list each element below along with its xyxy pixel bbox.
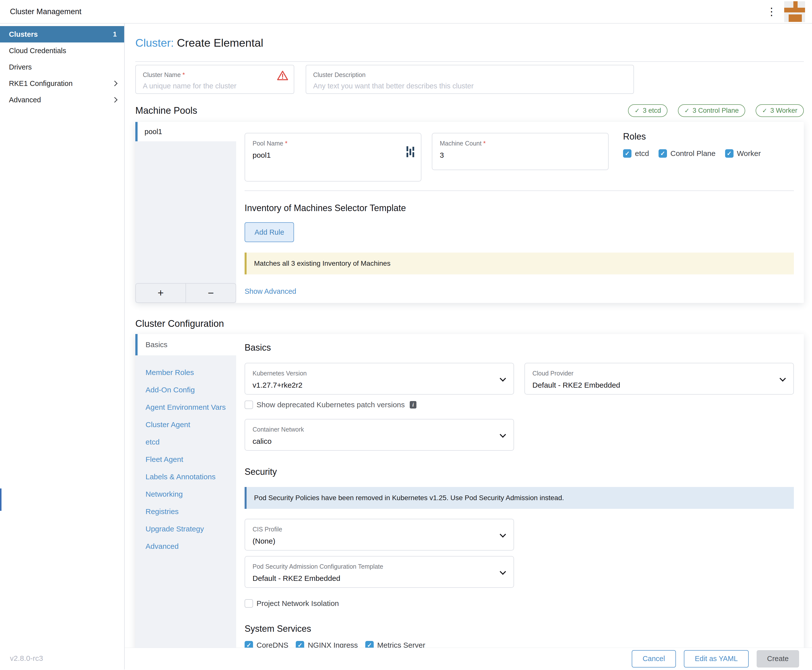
tab-agent-environment-vars[interactable]: Agent Environment Vars — [145, 399, 236, 416]
project-network-isolation-checkbox[interactable]: Project Network Isolation — [245, 599, 339, 607]
tab-basics[interactable]: Basics — [135, 334, 236, 355]
badge-label: 3 Worker — [770, 107, 797, 115]
security-heading: Security — [245, 467, 794, 477]
check-icon: ✓ — [684, 107, 690, 114]
tab-add-on-config[interactable]: Add-On Config — [145, 381, 236, 399]
show-deprecated-label: Show deprecated Kubernetes patch version… — [257, 401, 405, 409]
checkbox-unchecked — [245, 401, 253, 409]
tab-member-roles[interactable]: Member Roles — [145, 364, 236, 381]
sidebar-item-rke1-configuration[interactable]: RKE1 Configuration — [0, 75, 124, 91]
machine-pool-card: pool1 + − Pool Name * po — [135, 122, 804, 303]
tab-labels-annotations[interactable]: Labels & Annotations — [145, 468, 236, 486]
required-asterisk: * — [483, 140, 486, 147]
role-checkbox-control-plane[interactable]: ✓Control Plane — [658, 149, 716, 158]
tab-networking[interactable]: Networking — [145, 486, 236, 503]
cluster-name-field[interactable]: Cluster Name * A unique name for the clu… — [135, 65, 294, 94]
chevron-down-icon — [500, 431, 506, 438]
random-name-icon[interactable] — [406, 145, 414, 158]
left-scroll-indicator[interactable] — [0, 489, 2, 511]
k8s-provider-row: Kubernetes Version v1.27.7+rke2r2 Cloud … — [245, 363, 794, 394]
roles-column: Roles ✓etcd✓Control Plane✓Worker — [623, 133, 761, 181]
chevron-down-icon — [780, 375, 786, 381]
container-network-select[interactable]: Container Network calico — [245, 419, 514, 451]
machine-count-field[interactable]: Machine Count * 3 — [432, 133, 609, 170]
container-network-value: calico — [252, 437, 506, 445]
checkbox-label: NGINX Ingress — [308, 641, 358, 648]
psa-template-value: Default - RKE2 Embedded — [252, 574, 506, 583]
required-asterisk: * — [183, 71, 185, 78]
cis-profile-value: (None) — [252, 537, 506, 545]
sidebar-item-advanced[interactable]: Advanced — [0, 91, 124, 108]
sidebar-item-drivers[interactable]: Drivers — [0, 59, 124, 75]
sidebar-item-clusters[interactable]: Clusters1 — [0, 26, 124, 42]
cloud-provider-select[interactable]: Cloud Provider Default - RKE2 Embedded — [524, 363, 794, 394]
service-checkbox-metrics-server[interactable]: ✓Metrics Server — [365, 641, 425, 648]
sidebar-item-label: RKE1 Configuration — [9, 80, 73, 88]
machine-pools-heading: Machine Pools — [135, 105, 197, 116]
add-pool-button[interactable]: + — [136, 284, 186, 303]
remove-pool-button[interactable]: − — [186, 284, 236, 303]
cis-profile-row: CIS Profile (None) — [245, 519, 794, 551]
pool-top-row: Pool Name * pool1 — [245, 133, 794, 181]
user-avatar-logo[interactable] — [784, 1, 805, 22]
version-label: v2.8.0-rc3 — [0, 654, 124, 670]
sidebar-item-label: Cloud Credentials — [9, 47, 66, 55]
psa-template-select[interactable]: Pod Security Admission Configuration Tem… — [245, 556, 514, 588]
required-asterisk: * — [285, 140, 288, 147]
tab-basics-label: Basics — [145, 340, 167, 349]
tab-etcd[interactable]: etcd — [145, 433, 236, 451]
pool-name-field[interactable]: Pool Name * pool1 — [245, 133, 421, 181]
badge-3-etcd: ✓3 etcd — [628, 104, 668, 117]
checkbox-checked: ✓ — [365, 641, 374, 648]
add-rule-button[interactable]: Add Rule — [245, 222, 294, 242]
pool-tabs-column: pool1 + − — [135, 122, 236, 303]
service-checkbox-coredns[interactable]: ✓CoreDNS — [245, 641, 288, 648]
cancel-button[interactable]: Cancel — [632, 650, 676, 668]
project-network-isolation-row: Project Network Isolation — [245, 599, 794, 607]
logo-shape — [793, 1, 798, 8]
create-button[interactable]: Create — [757, 650, 799, 668]
show-deprecated-checkbox[interactable]: Show deprecated Kubernetes patch version… — [245, 401, 416, 409]
info-icon[interactable]: i — [410, 401, 416, 408]
checkbox-checked: ✓ — [725, 149, 734, 158]
tab-fleet-agent[interactable]: Fleet Agent — [145, 451, 236, 468]
main-area: Cluster: Create Elemental Cluster Name *… — [125, 24, 812, 670]
pool-tab-pool1[interactable]: pool1 — [135, 122, 236, 141]
badge-label: 3 Control Plane — [693, 107, 739, 115]
sidebar-item-label: Advanced — [9, 96, 41, 104]
service-checkbox-nginx-ingress[interactable]: ✓NGINX Ingress — [296, 641, 358, 648]
tab-registries[interactable]: Registries — [145, 503, 236, 520]
checkbox-checked: ✓ — [658, 149, 667, 158]
pool-add-remove-row: + − — [135, 283, 236, 303]
role-checkbox-worker[interactable]: ✓Worker — [725, 149, 761, 158]
sidebar-item-cloud-credentials[interactable]: Cloud Credentials — [0, 42, 124, 59]
kubernetes-version-select[interactable]: Kubernetes Version v1.27.7+rke2r2 — [245, 363, 514, 394]
selector-template-heading: Inventory of Machines Selector Template — [245, 203, 794, 213]
roles-checkbox-row: ✓etcd✓Control Plane✓Worker — [623, 149, 761, 158]
role-checkbox-etcd[interactable]: ✓etcd — [623, 149, 649, 158]
checkbox-label: Worker — [737, 149, 761, 158]
show-advanced-link[interactable]: Show Advanced — [245, 287, 296, 296]
psp-info-banner: Pod Security Policies have been removed … — [245, 487, 794, 509]
page-title: Cluster: Create Elemental — [135, 37, 804, 49]
chevron-down-icon — [500, 531, 506, 537]
cluster-description-field[interactable]: Cluster Description Any text you want th… — [306, 65, 634, 94]
kebab-menu-icon[interactable]: ⋮ — [759, 0, 784, 23]
config-tab-list: Member RolesAdd-On ConfigAgent Environme… — [135, 355, 236, 648]
edit-as-yaml-button[interactable]: Edit as YAML — [684, 650, 749, 668]
check-icon: ✓ — [634, 107, 639, 114]
tab-advanced[interactable]: Advanced — [145, 538, 236, 555]
system-services-heading: System Services — [245, 624, 794, 634]
pool-detail-panel: Pool Name * pool1 — [236, 122, 804, 303]
pool-name-value: pool1 — [252, 151, 413, 159]
logo-shape — [784, 8, 805, 12]
tab-cluster-agent[interactable]: Cluster Agent — [145, 416, 236, 433]
show-deprecated-row: Show deprecated Kubernetes patch version… — [245, 401, 794, 409]
cluster-description-placeholder: Any text you want that better describes … — [313, 82, 626, 90]
tab-upgrade-strategy[interactable]: Upgrade Strategy — [145, 520, 236, 538]
cluster-config-heading: Cluster Configuration — [135, 318, 804, 329]
machine-pools-header: Machine Pools ✓3 etcd✓3 Control Plane✓3 … — [135, 104, 804, 117]
sidebar-item-label: Clusters — [9, 30, 38, 39]
pool-divider — [245, 191, 794, 191]
cis-profile-select[interactable]: CIS Profile (None) — [245, 519, 514, 551]
